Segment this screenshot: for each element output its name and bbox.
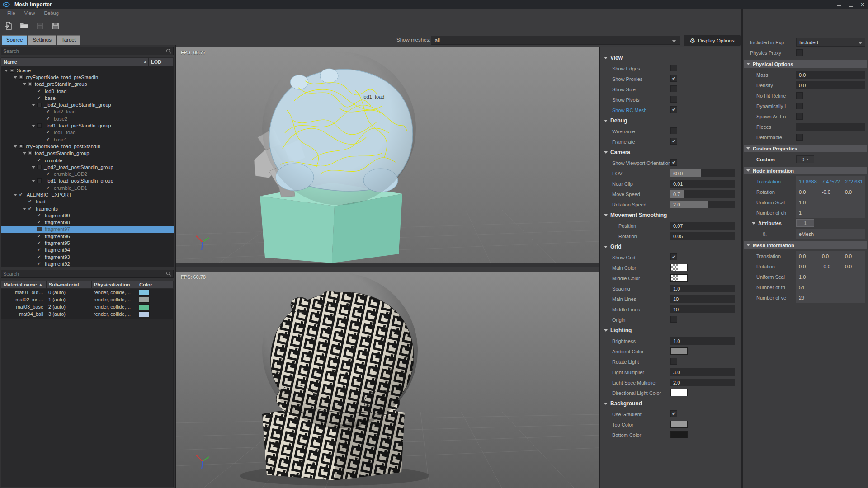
tree-node[interactable]: ✔fragment93 <box>1 253 174 260</box>
tree-node[interactable]: ✔lod1_toad <box>1 129 174 136</box>
tree-node[interactable]: ✔ALEMBIC_EXPORT <box>1 191 174 198</box>
section-grid[interactable]: Grid <box>600 241 741 252</box>
checkbox-unchecked[interactable] <box>796 134 803 141</box>
value-field[interactable]: 2.0 <box>670 379 735 386</box>
material-search-input[interactable]: Search <box>1 270 174 278</box>
checkedcheckbox-icon[interactable]: ✔ <box>37 262 42 266</box>
checkbox-icon[interactable] <box>37 123 42 128</box>
viewport-bottom[interactable]: FPS: 60.78 <box>176 272 599 488</box>
checkedcheckbox-icon[interactable]: ✔ <box>37 227 42 231</box>
color-alpha-swatch[interactable] <box>670 264 688 271</box>
menu-file[interactable]: File <box>4 10 19 16</box>
material-row[interactable]: mat03_base2 (auto)render, collide,… <box>1 303 174 310</box>
checkedcheckbox-icon[interactable]: ✔ <box>37 255 42 259</box>
value-field[interactable]: 0.0 <box>796 81 865 89</box>
expander-icon[interactable] <box>22 151 28 155</box>
tree-node[interactable]: ✔fragment96 <box>1 233 174 239</box>
checkedcheckbox-icon[interactable]: ✔ <box>37 241 42 245</box>
checkbox-checked[interactable]: ✔ <box>670 410 677 417</box>
import-file-icon[interactable] <box>4 21 13 30</box>
save-icon[interactable] <box>35 21 44 30</box>
scene-tree-header[interactable]: Name ▲ LOD <box>1 57 174 66</box>
tree-node[interactable]: ✔fragment95 <box>1 239 174 246</box>
tree-node[interactable]: ✔fragment94 <box>1 247 174 253</box>
expander-icon[interactable] <box>13 144 19 149</box>
checkedcheckbox-icon[interactable]: ✔ <box>46 186 52 190</box>
checkedcheckbox-icon[interactable]: ✔ <box>37 234 42 239</box>
color-swatch[interactable] <box>670 431 688 438</box>
value-field[interactable]: 0.05 <box>670 232 735 240</box>
partial-checkbox-icon[interactable] <box>28 151 33 155</box>
material-row[interactable]: mat01_out…0 (auto)render, collide,… <box>1 289 174 296</box>
column-sub-material[interactable]: Sub-material <box>47 281 92 288</box>
checkedcheckbox-icon[interactable]: ✔ <box>37 89 42 94</box>
tree-node[interactable]: ✔lod2_toad <box>1 108 174 115</box>
column-name[interactable]: Name <box>1 59 143 65</box>
section-background[interactable]: Background <box>600 398 741 409</box>
color-swatch[interactable] <box>139 297 150 303</box>
minimize-button[interactable] <box>836 2 842 7</box>
value-field[interactable]: 3.0 <box>670 368 735 376</box>
checkbox-unchecked[interactable] <box>670 96 677 103</box>
scene-search-input[interactable]: Search <box>1 47 174 55</box>
slider-field[interactable]: 0.7 <box>670 190 735 198</box>
tree-node[interactable]: ✔fragment92 <box>1 260 174 267</box>
close-button[interactable]: ✕ <box>860 2 865 7</box>
section-debug[interactable]: Debug <box>600 115 741 126</box>
expander-icon[interactable] <box>13 192 19 197</box>
checkbox-icon[interactable] <box>37 178 42 183</box>
expander-icon[interactable] <box>22 82 28 86</box>
partial-checkbox-icon[interactable] <box>19 144 24 149</box>
included-in-export-dropdown[interactable]: Included <box>796 38 865 47</box>
checkedcheckbox-icon[interactable]: ✔ <box>37 213 42 218</box>
expander-icon[interactable] <box>31 103 37 107</box>
tree-node[interactable]: _lod1_toad_preStandIn_group <box>1 122 174 129</box>
tree-node[interactable]: ✔fragment99 <box>1 212 174 219</box>
expander-icon[interactable] <box>31 123 37 128</box>
section-mesh-information[interactable]: Mesh information <box>744 241 867 249</box>
color-swatch[interactable] <box>139 290 150 296</box>
checkbox-unchecked[interactable] <box>670 85 677 92</box>
tree-node[interactable]: toad_preStandIn_group <box>1 81 174 88</box>
value-field[interactable]: 10 <box>670 305 735 313</box>
expander-icon[interactable] <box>13 75 19 80</box>
column-physicalization[interactable]: Physicalization <box>92 281 137 288</box>
display-options-button[interactable]: ⚙ Display Options <box>684 35 741 46</box>
tree-node[interactable]: ✔fragment98 <box>1 219 174 226</box>
checkbox-checked[interactable]: ✔ <box>670 75 677 82</box>
checkbox-unchecked[interactable] <box>796 49 803 56</box>
partial-checkbox-icon[interactable] <box>28 82 33 86</box>
tree-node[interactable]: cryExportNode_toad_preStandIn <box>1 74 174 80</box>
color-swatch[interactable] <box>139 311 150 317</box>
value-field[interactable] <box>796 123 865 131</box>
tab-settings[interactable]: Settings <box>28 35 56 45</box>
show-meshes-dropdown[interactable]: all <box>431 36 680 45</box>
menu-view[interactable]: View <box>21 10 39 16</box>
restore-button[interactable] <box>848 2 854 7</box>
value-field[interactable]: 0.01 <box>670 180 735 188</box>
checkedcheckbox-icon[interactable]: ✔ <box>37 248 42 252</box>
save-as-icon[interactable] <box>51 21 60 30</box>
tree-node[interactable]: ✔crumble_LOD1 <box>1 184 174 191</box>
checkedcheckbox-icon[interactable]: ✔ <box>28 206 33 211</box>
checkbox-unchecked[interactable] <box>670 127 677 134</box>
checkedcheckbox-icon[interactable]: ✔ <box>46 130 52 135</box>
tree-node[interactable]: _lod2_toad_postStandIn_group <box>1 164 174 170</box>
value-field[interactable]: 1.0 <box>670 285 735 292</box>
checkedcheckbox-icon[interactable]: ✔ <box>46 109 52 114</box>
expander-icon[interactable] <box>31 165 37 169</box>
section-node-information[interactable]: Node information <box>744 167 867 174</box>
section-custom-properties[interactable]: Custom Properties <box>744 145 867 152</box>
custom-count-spinner[interactable]: 0 <box>796 155 814 163</box>
color-alpha-swatch[interactable] <box>670 274 688 282</box>
value-field[interactable]: 0.07 <box>670 222 735 230</box>
slider-field[interactable]: 60.0 <box>670 169 735 177</box>
slider-field[interactable]: 2.0 <box>670 201 735 208</box>
checkbox-checked[interactable]: ✔ <box>670 253 677 260</box>
tree-node[interactable]: _lod1_toad_postStandIn_group <box>1 178 174 184</box>
checkbox-unchecked[interactable] <box>670 316 677 323</box>
checkbox-unchecked[interactable] <box>796 92 803 99</box>
column-material-name[interactable]: Material name ▲ <box>1 281 47 288</box>
checkbox-unchecked[interactable] <box>670 65 677 71</box>
checkedcheckbox-icon[interactable]: ✔ <box>37 220 42 225</box>
